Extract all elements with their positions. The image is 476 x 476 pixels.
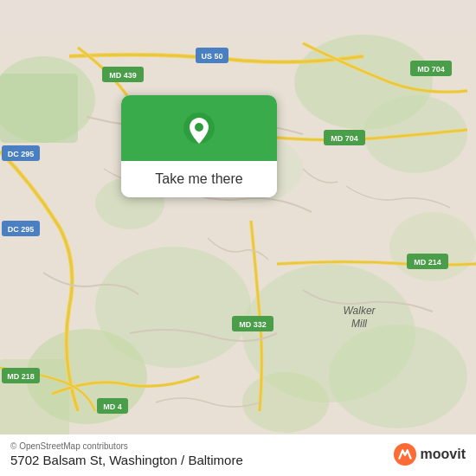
bottom-bar: © OpenStreetMap contributors 5702 Balsam…: [0, 434, 476, 476]
location-pin-icon: [180, 111, 218, 149]
copyright-text: © OpenStreetMap contributors: [10, 441, 243, 451]
map-pin-area: [121, 95, 277, 161]
svg-text:US 50: US 50: [201, 52, 222, 61]
svg-point-12: [389, 212, 476, 281]
svg-text:MD 439: MD 439: [109, 71, 137, 80]
map-container: US 50 DC 295 DC 295 MD 704 MD 704 MD 439…: [0, 0, 476, 476]
svg-text:MD 214: MD 214: [414, 258, 441, 267]
svg-text:MD 4: MD 4: [103, 402, 122, 411]
svg-rect-2: [0, 74, 78, 143]
map-background: US 50 DC 295 DC 295 MD 704 MD 704 MD 439…: [0, 0, 476, 476]
moovit-text: moovit: [421, 447, 466, 462]
bottom-left: © OpenStreetMap contributors 5702 Balsam…: [10, 441, 243, 467]
svg-point-8: [329, 325, 467, 428]
svg-text:MD 218: MD 218: [7, 372, 35, 381]
svg-text:Walker: Walker: [343, 305, 376, 317]
svg-point-37: [195, 123, 203, 132]
svg-text:MD 704: MD 704: [417, 65, 445, 74]
take-me-there-button[interactable]: Take me there: [121, 161, 277, 197]
svg-text:MD 704: MD 704: [331, 134, 358, 143]
moovit-logo: moovit: [393, 442, 466, 466]
location-card: Take me there: [121, 95, 277, 197]
moovit-logo-icon: [393, 442, 417, 466]
svg-text:DC 295: DC 295: [8, 150, 35, 158]
address-text: 5702 Balsam St, Washington / Baltimore: [10, 453, 243, 467]
svg-text:MD 332: MD 332: [239, 320, 267, 329]
svg-point-13: [242, 372, 329, 433]
svg-text:Mill: Mill: [351, 318, 367, 330]
svg-text:DC 295: DC 295: [8, 225, 35, 234]
